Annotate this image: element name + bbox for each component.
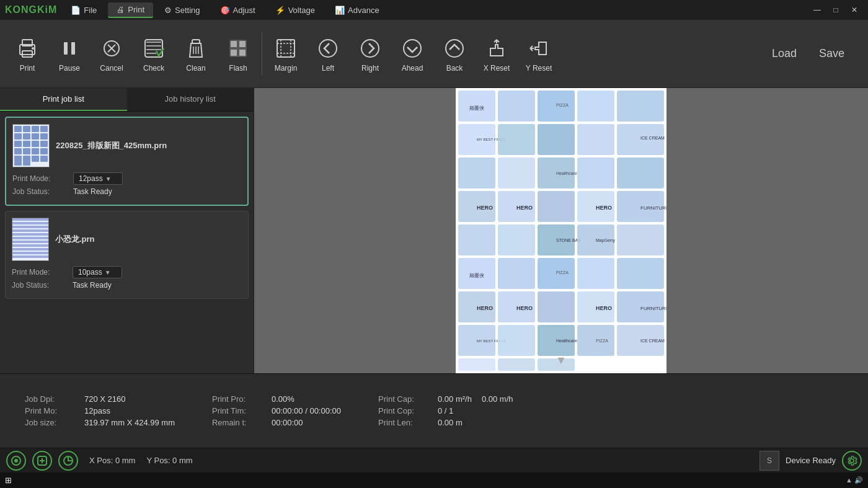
clean-button[interactable]: Clean bbox=[175, 26, 217, 82]
svg-rect-92 bbox=[538, 191, 575, 222]
margin-button[interactable]: Margin bbox=[265, 26, 307, 82]
svg-rect-62 bbox=[12, 241, 48, 243]
pause-button[interactable]: Pause bbox=[48, 26, 91, 82]
nav-voltage[interactable]: ⚡ Voltage bbox=[267, 2, 324, 18]
system-tray: ▲ 🔊 bbox=[846, 476, 863, 484]
status-size-row: Job size: 319.97 mm X 424.99 mm bbox=[25, 418, 175, 427]
job-2-status-field: Job Status: Task Ready bbox=[12, 281, 242, 290]
svg-rect-65 bbox=[12, 252, 48, 254]
nav-adjust[interactable]: 🎯 Adjust bbox=[211, 2, 264, 18]
svg-text:HERO: HERO bbox=[477, 205, 493, 211]
svg-rect-77 bbox=[498, 124, 535, 155]
x-pos-label: X Pos: 0 mm bbox=[89, 456, 135, 465]
svg-rect-86 bbox=[577, 157, 614, 189]
svg-rect-87 bbox=[617, 157, 664, 189]
right-button[interactable]: Right bbox=[349, 26, 391, 82]
cancel-button[interactable]: Cancel bbox=[91, 26, 133, 82]
nav-setting[interactable]: ⚙ Setting bbox=[156, 2, 208, 18]
svg-rect-38 bbox=[23, 133, 30, 140]
left-icon bbox=[315, 35, 341, 61]
job-card-2[interactable]: 小恐龙.prn Print Mode: 10pass ▼ Job Status:… bbox=[5, 211, 249, 299]
svg-text:ICE CREAM: ICE CREAM bbox=[640, 136, 665, 140]
xreset-button[interactable]: X Reset bbox=[476, 26, 518, 82]
title-bar-right: — □ ✕ bbox=[808, 3, 863, 17]
check-button[interactable]: Check bbox=[133, 26, 175, 82]
svg-rect-5 bbox=[71, 42, 75, 55]
svg-rect-74 bbox=[617, 91, 664, 122]
job-card-2-header: 小恐龙.prn bbox=[12, 218, 242, 261]
flash-button[interactable]: Flash bbox=[217, 26, 259, 82]
minimize-button[interactable]: — bbox=[808, 3, 826, 17]
title-bar-left: KONGKiM 📄 File 🖨 Print ⚙ Setting 🎯 Adjus… bbox=[5, 2, 388, 18]
svg-text:颠覆侠: 颠覆侠 bbox=[469, 105, 484, 111]
tool-icon-1[interactable] bbox=[6, 451, 26, 471]
nav-print[interactable]: 🖨 Print bbox=[108, 2, 153, 18]
toolbar: Print Pause Cancel Check Clean Flash bbox=[0, 20, 868, 88]
svg-rect-35 bbox=[32, 126, 39, 132]
app-logo: KONGKiM bbox=[5, 4, 57, 16]
svg-rect-60 bbox=[12, 233, 48, 236]
cancel-icon bbox=[99, 35, 125, 61]
svg-rect-103 bbox=[617, 224, 664, 255]
status-copies-row: Print Cop: 0 / 1 bbox=[378, 406, 513, 415]
status-remain-row: Remain t: 00:00:00 bbox=[212, 418, 341, 427]
svg-rect-70 bbox=[498, 91, 535, 122]
tool-icon-2[interactable] bbox=[32, 451, 52, 471]
close-button[interactable]: ✕ bbox=[846, 3, 863, 17]
svg-rect-20 bbox=[239, 41, 246, 47]
setting-icon: ⚙ bbox=[164, 6, 172, 15]
svg-rect-54 bbox=[23, 162, 30, 166]
job-card-1[interactable]: 220825_排版新图_425mm.prn Print Mode: 12pass… bbox=[5, 117, 249, 206]
yreset-button[interactable]: Y Reset bbox=[518, 26, 560, 82]
preview-area: 颠覆侠 PIZZA MY BEST FREZE ICE CREAM bbox=[254, 88, 868, 373]
save-button[interactable]: Save bbox=[814, 45, 849, 63]
back-button[interactable]: Back bbox=[433, 26, 476, 82]
svg-rect-63 bbox=[12, 244, 48, 247]
toolbar-right: Load Save bbox=[767, 45, 862, 63]
nav-menu: 📄 File 🖨 Print ⚙ Setting 🎯 Adjust ⚡ Volt… bbox=[62, 2, 388, 18]
job-card-1-header: 220825_排版新图_425mm.prn bbox=[12, 124, 241, 167]
job-2-mode-value[interactable]: 10pass ▼ bbox=[73, 266, 122, 278]
preview-canvas: 颠覆侠 PIZZA MY BEST FREZE ICE CREAM bbox=[456, 88, 666, 373]
load-button[interactable]: Load bbox=[767, 45, 802, 63]
left-panel: Print job list Job history list bbox=[0, 88, 254, 373]
settings-circle-button[interactable] bbox=[842, 451, 862, 471]
svg-rect-41 bbox=[14, 141, 22, 147]
maximize-button[interactable]: □ bbox=[827, 3, 844, 17]
bottom-bar: X Pos: 0 mm Y Pos: 0 mm S Device Ready bbox=[0, 448, 868, 472]
svg-rect-78 bbox=[538, 124, 575, 155]
status-time-row: Print Tim: 00:00:00 / 00:00:00 bbox=[212, 406, 341, 415]
svg-rect-49 bbox=[14, 156, 22, 162]
status-col-2: Print Pro: 0.00% Print Tim: 00:00:00 / 0… bbox=[212, 394, 341, 427]
start-button[interactable]: ⊞ bbox=[5, 476, 12, 485]
svg-rect-109 bbox=[577, 258, 614, 289]
status-cap-row: Print Cap: 0.00 m²/h 0.00 m/h bbox=[378, 394, 513, 404]
tab-job-history[interactable]: Job history list bbox=[127, 88, 254, 111]
nav-advance[interactable]: 📊 Advance bbox=[326, 2, 388, 18]
job-1-status-value: Task Ready bbox=[73, 187, 112, 196]
svg-text:HERO: HERO bbox=[596, 305, 612, 311]
svg-rect-56 bbox=[12, 218, 48, 221]
status-len-row: Print Len: 0.00 m bbox=[378, 418, 513, 427]
svg-rect-47 bbox=[32, 148, 39, 154]
left-button[interactable]: Left bbox=[307, 26, 349, 82]
svg-rect-122 bbox=[498, 325, 535, 356]
job-1-status-field: Job Status: Task Ready bbox=[12, 187, 241, 196]
svg-rect-64 bbox=[12, 248, 48, 251]
dropdown-arrow-2: ▼ bbox=[105, 269, 111, 276]
ahead-button[interactable]: Ahead bbox=[391, 26, 433, 82]
svg-text:Healthcare: Healthcare bbox=[556, 171, 577, 175]
job-1-mode-value[interactable]: 12pass ▼ bbox=[73, 172, 123, 185]
tab-bar: Print job list Job history list bbox=[0, 88, 254, 112]
yreset-icon bbox=[526, 35, 552, 61]
tab-print-job-list[interactable]: Print job list bbox=[0, 88, 127, 111]
svg-rect-58 bbox=[12, 226, 48, 228]
status-col-1: Job Dpi: 720 X 2160 Print Mo: 12pass Job… bbox=[25, 394, 175, 427]
svg-rect-22 bbox=[239, 50, 246, 56]
nav-file[interactable]: 📄 File bbox=[62, 2, 105, 18]
back-icon bbox=[441, 35, 467, 61]
svg-text:FURNITURE: FURNITURE bbox=[640, 205, 666, 211]
tool-icon-3[interactable] bbox=[58, 451, 78, 471]
print-button[interactable]: Print bbox=[6, 26, 48, 82]
svg-text:HERO: HERO bbox=[596, 205, 612, 211]
